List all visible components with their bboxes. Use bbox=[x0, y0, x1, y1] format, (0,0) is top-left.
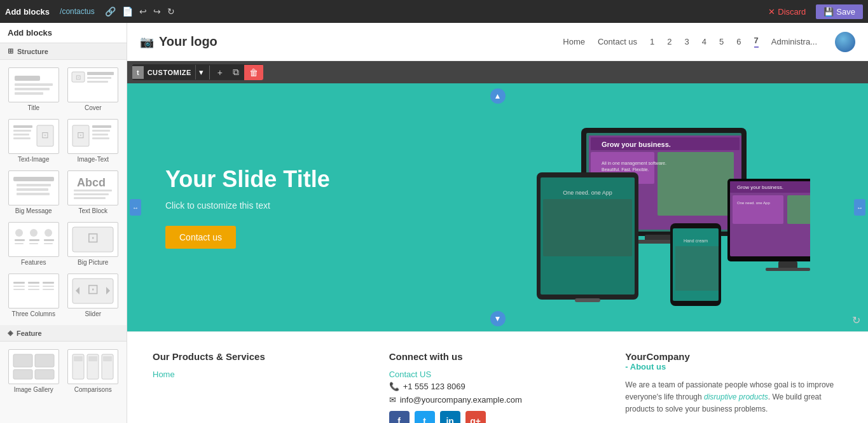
nav-7[interactable]: 7 bbox=[754, 36, 759, 48]
delete-block-button[interactable]: 🗑 bbox=[244, 65, 263, 80]
admin-label[interactable]: Administra... bbox=[771, 37, 817, 46]
admin-avatar[interactable] bbox=[835, 32, 855, 52]
products-title: Our Products & Services bbox=[153, 351, 370, 362]
company-desc-1: We are a team of passionate people whose… bbox=[625, 379, 843, 416]
url-breadcrumb[interactable]: /contactus bbox=[60, 7, 95, 16]
svg-rect-54 bbox=[35, 354, 54, 367]
nav-menu: Home Contact us 1 2 3 4 5 6 7 Administra… bbox=[563, 32, 855, 52]
block-item-three-columns[interactable]: Three Columns bbox=[5, 271, 62, 320]
sidebar: Add blocks ⊞ Structure Title bbox=[0, 23, 127, 423]
link-icon[interactable]: 🔗 bbox=[105, 6, 116, 17]
block-thumb-three-columns bbox=[8, 274, 59, 309]
svg-text:One need. one App: One need. one App bbox=[563, 190, 612, 196]
svg-text:⊡: ⊡ bbox=[76, 74, 81, 81]
block-item-big-message[interactable]: Big Message bbox=[5, 168, 62, 217]
add-block-button[interactable]: + bbox=[212, 65, 228, 80]
copy-block-button[interactable]: ⧉ bbox=[228, 64, 244, 80]
nav-4[interactable]: 4 bbox=[702, 37, 706, 46]
svg-text:⊡: ⊡ bbox=[77, 130, 85, 140]
svg-rect-1 bbox=[15, 83, 53, 86]
block-item-cover[interactable]: ⊡ Cover bbox=[65, 65, 122, 114]
top-bar: Add blocks /contactus 🔗 📄 ↩ ↪ ↻ ✕ Discar… bbox=[0, 0, 868, 23]
svg-rect-79 bbox=[543, 199, 632, 256]
discard-x-icon: ✕ bbox=[768, 7, 775, 17]
about-us-link[interactable]: - About us bbox=[625, 362, 843, 371]
block-thumb-text-image: ⊡ bbox=[8, 119, 59, 154]
svg-rect-36 bbox=[44, 239, 54, 241]
email-icon: ✉ bbox=[389, 395, 396, 405]
svg-point-30 bbox=[30, 229, 38, 237]
block-item-comparisons[interactable]: Comparisons bbox=[65, 347, 122, 396]
svg-rect-43 bbox=[28, 282, 39, 284]
svg-rect-42 bbox=[13, 289, 25, 290]
save-button[interactable]: 💾 Save bbox=[816, 4, 863, 19]
resize-handle-left[interactable]: ↔ bbox=[130, 199, 141, 216]
svg-text:One need. one App: One need. one App bbox=[737, 201, 770, 205]
hero-subtitle[interactable]: Click to customize this text bbox=[165, 200, 498, 211]
nav-3[interactable]: 3 bbox=[685, 37, 689, 46]
devices-mockup: Grow your business. All in one managemen… bbox=[518, 109, 810, 306]
nav-contact[interactable]: Contact us bbox=[598, 37, 637, 46]
svg-rect-40 bbox=[13, 282, 25, 284]
svg-rect-34 bbox=[29, 239, 39, 241]
block-item-big-picture[interactable]: ⊡ Big Picture bbox=[65, 219, 122, 268]
block-label-slider: Slider bbox=[85, 310, 101, 317]
svg-rect-61 bbox=[88, 356, 97, 361]
hero-cta-button[interactable]: Contact us bbox=[165, 226, 236, 249]
hero-title[interactable]: Your Slide Title bbox=[165, 166, 498, 193]
customize-toolbar: t CUSTOMIZE ▾ + ⧉ 🗑 bbox=[132, 64, 263, 80]
undo-icon[interactable]: ↪ bbox=[153, 6, 161, 17]
svg-rect-45 bbox=[28, 289, 39, 290]
svg-rect-7 bbox=[87, 77, 111, 79]
diamond-icon: ◈ bbox=[8, 329, 13, 337]
redo-icon[interactable]: ↻ bbox=[167, 6, 175, 17]
resize-handle-up[interactable]: ▲ bbox=[490, 88, 506, 104]
resize-handle-right[interactable]: ↔ bbox=[854, 199, 865, 216]
linkedin-icon[interactable]: in bbox=[440, 411, 460, 423]
resize-handle-down[interactable]: ▼ bbox=[490, 311, 506, 326]
discard-button[interactable]: ✕ Discard bbox=[763, 4, 811, 19]
svg-rect-93 bbox=[766, 268, 810, 271]
svg-rect-33 bbox=[15, 243, 24, 244]
phone-icon: 📞 bbox=[389, 382, 399, 391]
footer-contact-link[interactable]: Contact US bbox=[389, 370, 607, 379]
svg-point-31 bbox=[45, 229, 52, 237]
nav-1[interactable]: 1 bbox=[650, 37, 654, 46]
twitter-icon[interactable]: t bbox=[415, 411, 435, 423]
main-layout: Add blocks ⊞ Structure Title bbox=[0, 23, 868, 423]
svg-rect-35 bbox=[29, 243, 38, 244]
nav-6[interactable]: 6 bbox=[736, 37, 741, 46]
facebook-icon[interactable]: f bbox=[389, 411, 410, 423]
svg-rect-27 bbox=[74, 193, 109, 195]
block-item-text-block[interactable]: Abcd Text Block bbox=[65, 168, 122, 217]
svg-text:Abcd: Abcd bbox=[77, 176, 106, 189]
hero-section: ▲ ↔ ↔ Your Slide Title Click to customiz… bbox=[127, 83, 868, 331]
page-icon[interactable]: 📄 bbox=[122, 6, 133, 17]
refresh-icon[interactable]: ↻ bbox=[852, 314, 860, 326]
connect-title: Connect with us bbox=[389, 351, 607, 362]
svg-rect-53 bbox=[13, 354, 32, 367]
block-item-text-image[interactable]: ⊡ Text-Image bbox=[5, 116, 62, 165]
block-item-slider[interactable]: ⊡ Slider bbox=[65, 271, 122, 320]
company-desc-2: Our products are designed for small to m… bbox=[625, 421, 843, 423]
svg-rect-17 bbox=[92, 125, 111, 128]
nav-home[interactable]: Home bbox=[563, 37, 585, 46]
block-item-features[interactable]: Features bbox=[5, 219, 62, 268]
svg-rect-23 bbox=[17, 188, 48, 191]
svg-rect-24 bbox=[17, 193, 50, 195]
history-icon[interactable]: ↩ bbox=[139, 6, 147, 17]
block-item-image-text[interactable]: ⊡ Image-Text bbox=[65, 116, 122, 165]
block-label-image-text: Image-Text bbox=[78, 156, 109, 163]
block-label-comparisons: Comparisons bbox=[74, 386, 112, 393]
chevron-down-icon[interactable]: ▾ bbox=[195, 65, 207, 80]
svg-rect-90 bbox=[787, 195, 810, 224]
nav-5[interactable]: 5 bbox=[719, 37, 724, 46]
nav-2[interactable]: 2 bbox=[667, 37, 672, 46]
block-item-image-gallery[interactable]: Image Gallery bbox=[5, 347, 62, 396]
svg-rect-19 bbox=[92, 134, 108, 135]
footer-home-link[interactable]: Home bbox=[153, 370, 370, 379]
block-item-title[interactable]: Title bbox=[5, 65, 62, 114]
cust-customize-label[interactable]: CUSTOMIZE bbox=[144, 66, 195, 79]
googleplus-icon[interactable]: g+ bbox=[465, 411, 486, 423]
svg-rect-80 bbox=[575, 298, 600, 302]
